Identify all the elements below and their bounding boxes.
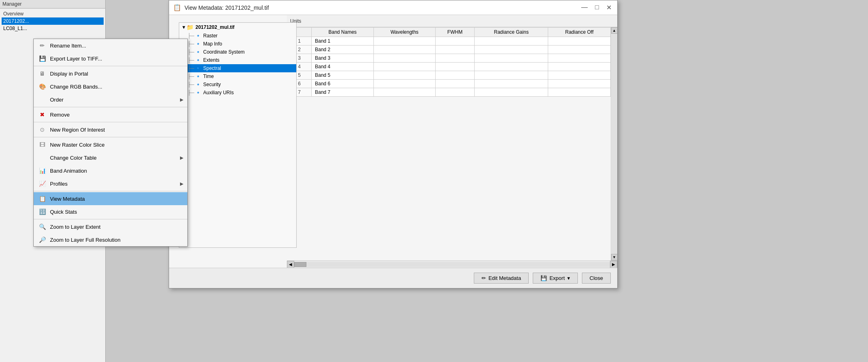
tree-item-time[interactable]: ├─🔹Time (179, 72, 296, 80)
wavelengths-cell (373, 88, 435, 97)
vertical-scrollbar[interactable]: ▲ ▼ (611, 27, 617, 260)
data-table-wrapper[interactable]: Band Names Wavelengths FWHM Radiance Gai… (287, 27, 611, 260)
separator-2 (34, 107, 187, 107)
wavelengths-cell (373, 63, 435, 71)
layer-item-2[interactable]: LC08_L1... (2, 25, 104, 32)
tree-connector: ├─ (187, 82, 194, 87)
edit-metadata-icon: ✏ (482, 275, 486, 281)
roi-icon: ⊙ (38, 125, 47, 134)
edit-metadata-button[interactable]: ✏ Edit Metadata (474, 273, 529, 284)
tree-item-spectral[interactable]: ├─🔹Spectral (179, 64, 296, 72)
hscroll-right-arrow[interactable]: ▶ (610, 261, 617, 268)
menu-item-display-portal[interactable]: 🖥 Display in Portal (34, 67, 187, 80)
fwhm-cell (435, 71, 474, 80)
menu-item-color-slice[interactable]: 🎞 New Raster Color Slice (34, 138, 187, 151)
separator-1 (34, 66, 187, 66)
table-row: 3 Band 3 (287, 54, 611, 63)
tree-node-icon: 🔹 (195, 74, 201, 79)
hscroll-thumb[interactable] (294, 262, 306, 267)
separator-4 (34, 137, 187, 137)
menu-label-profiles: Profiles (50, 181, 180, 187)
menu-item-view-metadata[interactable]: 📋 View Metadata (34, 192, 187, 205)
hscroll-left-arrow[interactable]: ◀ (287, 261, 294, 268)
tree-item-raster[interactable]: ├─🔹Raster (179, 32, 296, 40)
metadata-title-icon: 📋 (173, 4, 181, 11)
tree-connector: ├─ (187, 41, 194, 47)
radiance-gains-cell (475, 63, 548, 71)
fwhm-cell (435, 46, 474, 54)
menu-item-remove[interactable]: ✖ Remove (34, 108, 187, 121)
units-row: Units (287, 15, 617, 27)
band-name-cell: Band 6 (312, 80, 374, 88)
col-header-band-names: Band Names (312, 28, 374, 37)
menu-item-zoom-extent[interactable]: 🔍 Zoom to Layer Extent (34, 220, 187, 233)
menu-item-change-color-table[interactable]: Change Color Table ▶ (34, 151, 187, 164)
menu-item-order[interactable]: Order ▶ (34, 93, 187, 106)
band-name-cell: Band 3 (312, 54, 374, 63)
close-window-button[interactable]: ✕ (605, 4, 613, 11)
maximize-button[interactable]: □ (593, 4, 601, 11)
horizontal-scrollbar[interactable]: ◀ ▶ (287, 260, 617, 268)
tree-node-icon: 🔹 (195, 90, 201, 95)
color-slice-icon: 🎞 (38, 140, 47, 149)
menu-item-quick-stats[interactable]: 🔢 Quick Stats (34, 205, 187, 218)
wavelengths-cell (373, 46, 435, 54)
layer-manager-title: Manager (0, 0, 105, 9)
tree-root[interactable]: ▾ 📁 20171202_mul.tif (179, 23, 296, 32)
data-panel: Units Band Names Wavelengths FWHM Radian… (287, 15, 617, 268)
menu-label-display-portal: Display in Portal (50, 71, 183, 77)
layer-manager-content: Overview 20171202... LC08_L1... (0, 9, 105, 34)
menu-item-change-rgb[interactable]: 🎨 Change RGB Bands... (34, 80, 187, 93)
tree-item-extents[interactable]: ├─🔹Extents (179, 56, 296, 64)
titlebar-controls: — □ ✕ (579, 4, 613, 11)
radiance-gains-cell (475, 88, 548, 97)
menu-label-rename: Rename Item... (50, 43, 183, 49)
menu-item-zoom-full-res[interactable]: 🔎 Zoom to Layer Full Resolution (34, 233, 187, 246)
menu-label-change-color-table: Change Color Table (50, 155, 180, 161)
tree-item-coordsys[interactable]: ├─🔹Coordinate System (179, 48, 296, 56)
fwhm-cell (435, 80, 474, 88)
col-header-fwhm: FWHM (435, 28, 474, 37)
minimize-button[interactable]: — (579, 4, 589, 11)
tree-node-icon: 🔹 (195, 33, 201, 39)
tree-item-security[interactable]: ├─🔹Security (179, 80, 296, 89)
tree-node-icon: 🔹 (195, 82, 201, 87)
menu-item-rename[interactable]: ✏ Rename Item... (34, 39, 187, 52)
radiance-off-cell (548, 37, 611, 46)
tree-item-label: Extents (203, 57, 219, 63)
radiance-gains-cell (475, 46, 548, 54)
band-name-cell: Band 7 (312, 88, 374, 97)
metadata-titlebar: 📋 View Metadata: 20171202_mul.tif — □ ✕ (169, 0, 617, 15)
band-name-cell: Band 1 (312, 37, 374, 46)
menu-item-band-animation[interactable]: 📊 Band Animation (34, 164, 187, 177)
context-menu: ✏ Rename Item... 💾 Export Layer to TIFF.… (33, 39, 188, 247)
radiance-gains-cell (475, 71, 548, 80)
vscroll-up-arrow[interactable]: ▲ (611, 27, 618, 34)
color-table-arrow: ▶ (180, 155, 183, 160)
table-row: 2 Band 2 (287, 46, 611, 54)
export-icon: 💾 (540, 275, 547, 281)
menu-item-new-roi[interactable]: ⊙ New Region Of Interest (34, 123, 187, 136)
close-button[interactable]: Close (582, 273, 611, 284)
tree-node-icon: 🔹 (195, 65, 201, 71)
tree-item-label: Raster (203, 33, 217, 39)
menu-item-profiles[interactable]: 📈 Profiles ▶ (34, 177, 187, 190)
metadata-title: View Metadata: 20171202_mul.tif (184, 4, 579, 11)
order-arrow: ▶ (180, 97, 183, 102)
data-table: Band Names Wavelengths FWHM Radiance Gai… (287, 27, 611, 97)
layer-item-1[interactable]: 20171202... (2, 17, 104, 25)
file-tree-panel: ▾ 📁 20171202_mul.tif ├─🔹Raster├─🔹Map Inf… (179, 22, 297, 248)
radiance-off-cell (548, 80, 611, 88)
col-header-radiance-gains: Radiance Gains (475, 28, 548, 37)
vscroll-track (612, 34, 617, 254)
tree-connector: ├─ (187, 90, 194, 95)
tree-item-label: Spectral (203, 65, 221, 71)
radiance-off-cell (548, 63, 611, 71)
menu-item-export-tiff[interactable]: 💾 Export Layer to TIFF... (34, 52, 187, 65)
vscroll-down-arrow[interactable]: ▼ (611, 254, 618, 260)
rgb-icon: 🎨 (38, 82, 47, 91)
band-name-cell: Band 5 (312, 71, 374, 80)
export-button[interactable]: 💾 Export ▾ (533, 273, 578, 284)
tree-item-mapinfo[interactable]: ├─🔹Map Info (179, 40, 296, 48)
tree-item-auxiliary[interactable]: ├─🔹Auxiliary URIs (179, 89, 296, 97)
